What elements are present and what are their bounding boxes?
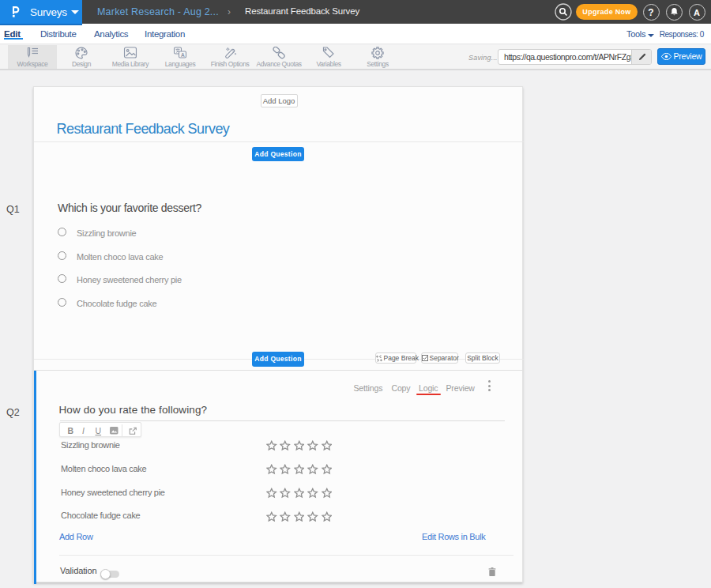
svg-text:A: A <box>181 51 185 57</box>
